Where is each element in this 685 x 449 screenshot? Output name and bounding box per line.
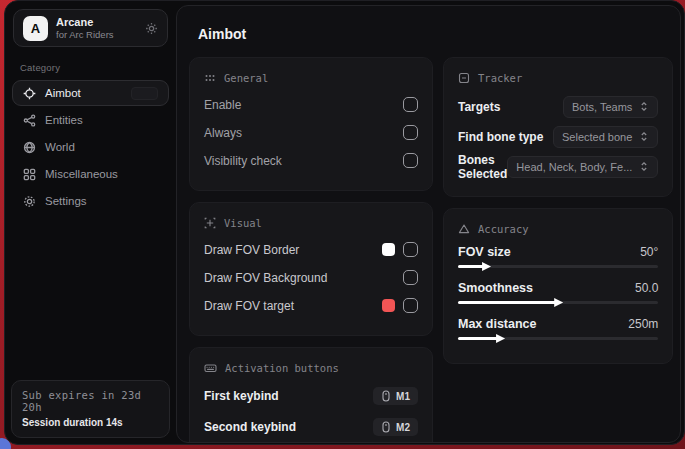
panel-title: Activation buttons — [225, 362, 339, 374]
category-label: Category — [20, 62, 161, 73]
tracker-row-find-bone-type: Find bone type Selected bone — [458, 124, 658, 149]
crosshair-icon — [23, 87, 36, 100]
setting-row-visibility-check: Visibility check — [204, 150, 418, 171]
slider-row-max-distance: Max distance 250m — [458, 317, 658, 331]
fov-size-slider[interactable] — [458, 262, 658, 271]
keybind-label: Second keybind — [204, 420, 296, 434]
smoothness-slider[interactable] — [458, 298, 658, 307]
app-header-card: A Arcane for Arc Riders — [13, 9, 168, 47]
slider-thumb[interactable] — [496, 334, 505, 343]
panel-title: General — [224, 72, 268, 84]
slider-label: Smoothness — [458, 281, 533, 295]
enable-checkbox[interactable] — [403, 97, 418, 112]
fov-border-color-swatch[interactable] — [382, 243, 395, 256]
mouse-icon — [381, 390, 391, 402]
tracker-label: Find bone type — [458, 130, 543, 144]
keybind-label: First keybind — [204, 389, 279, 403]
fov-target-color-swatch[interactable] — [382, 299, 395, 312]
slider-row-smoothness: Smoothness 50.0 — [458, 281, 658, 295]
accuracy-panel: Accuracy FOV size 50° Smoothness 50.0 — [443, 208, 673, 364]
slider-label: FOV size — [458, 245, 511, 259]
tracker-row-bones-selected: Bones Selected Head, Neck, Body, Fe... — [458, 154, 658, 179]
sidebar-item-label: Aimbot — [45, 87, 81, 99]
chevrons-up-down-icon — [639, 101, 649, 112]
triangle-icon — [458, 223, 470, 235]
fov-target-checkbox[interactable] — [403, 298, 418, 313]
focus-plus-icon — [204, 217, 216, 229]
sidebar-item-entities[interactable]: Entities — [12, 107, 169, 133]
settings-gear-icon — [23, 195, 36, 208]
keybind-hint-pill — [131, 87, 158, 100]
keybind-value: M1 — [396, 391, 410, 402]
sidebar-item-label: Settings — [45, 195, 87, 207]
dropdown-value: Selected bone — [562, 131, 632, 143]
panel-title: Accuracy — [478, 223, 529, 235]
sidebar: A Arcane for Arc Riders Category Aimbot — [5, 1, 176, 444]
slider-value: 50.0 — [635, 281, 658, 295]
tracker-row-targets: Targets Bots, Teams — [458, 94, 658, 119]
setting-label: Always — [204, 126, 242, 140]
slider-thumb[interactable] — [482, 262, 491, 271]
visual-panel: Visual Draw FOV Border Draw FOV Backgrou… — [189, 202, 433, 336]
grid-icon — [23, 168, 36, 181]
second-keybind-button[interactable]: M2 — [373, 418, 418, 436]
slider-value: 50° — [640, 245, 658, 259]
panel-title: Visual — [224, 217, 262, 229]
setting-row-fov-background: Draw FOV Background — [204, 267, 418, 288]
main-content: Aimbot General Enable — [176, 5, 681, 443]
slider-fill — [458, 337, 500, 340]
setting-label: Draw FOV target — [204, 299, 294, 313]
sidebar-item-world[interactable]: World — [12, 134, 169, 160]
keybind-row-first: First keybind M1 — [204, 384, 418, 408]
dropdown-value: Bots, Teams — [572, 101, 632, 113]
slider-fill — [458, 265, 486, 268]
always-checkbox[interactable] — [403, 125, 418, 140]
fov-border-checkbox[interactable] — [403, 242, 418, 257]
subscription-card: Sub expires in 23d 20h Session duration … — [11, 380, 170, 438]
tracker-label: Bones Selected — [458, 153, 507, 181]
slider-value: 250m — [628, 317, 658, 331]
find-bone-type-dropdown[interactable]: Selected bone — [553, 126, 658, 148]
globe-icon — [23, 141, 36, 154]
slider-thumb[interactable] — [554, 298, 563, 307]
avatar: A — [23, 16, 48, 41]
slider-fill — [458, 301, 558, 304]
setting-row-enable: Enable — [204, 94, 418, 115]
dropdown-value: Head, Neck, Body, Fe... — [516, 161, 632, 173]
sidebar-item-label: Entities — [45, 114, 83, 126]
setting-label: Draw FOV Background — [204, 271, 327, 285]
sidebar-item-miscellaneous[interactable]: Miscellaneous — [12, 161, 169, 187]
app-subtitle: for Arc Riders — [56, 29, 114, 40]
chevrons-up-down-icon — [639, 131, 649, 142]
targets-dropdown[interactable]: Bots, Teams — [563, 96, 658, 118]
visibility-check-checkbox[interactable] — [403, 153, 418, 168]
slider-row-fov-size: FOV size 50° — [458, 245, 658, 259]
setting-label: Enable — [204, 98, 241, 112]
bones-selected-dropdown[interactable]: Head, Neck, Body, Fe... — [507, 156, 658, 178]
tracker-label: Targets — [458, 100, 500, 114]
first-keybind-button[interactable]: M1 — [373, 387, 418, 405]
activation-buttons-panel: Activation buttons First keybind M1 — [189, 347, 433, 443]
app-window: A Arcane for Arc Riders Category Aimbot — [4, 0, 685, 445]
max-distance-slider[interactable] — [458, 334, 658, 343]
panel-title: Tracker — [478, 72, 522, 84]
slider-label: Max distance — [458, 317, 537, 331]
chevrons-up-down-icon — [639, 161, 649, 172]
app-name: Arcane — [56, 16, 114, 29]
setting-row-fov-border: Draw FOV Border — [204, 239, 418, 260]
tracker-icon — [458, 72, 470, 84]
sidebar-item-aimbot[interactable]: Aimbot — [12, 80, 169, 106]
setting-label: Draw FOV Border — [204, 243, 299, 257]
keybind-row-second: Second keybind M2 — [204, 415, 418, 439]
keybind-value: M2 — [396, 422, 410, 433]
general-panel: General Enable Always Visibility check — [189, 57, 433, 191]
setting-row-fov-target: Draw FOV target — [204, 295, 418, 316]
fov-background-checkbox[interactable] — [403, 270, 418, 285]
setting-row-always: Always — [204, 122, 418, 143]
dots-grid-icon — [204, 72, 216, 84]
setting-label: Visibility check — [204, 154, 282, 168]
sidebar-item-settings[interactable]: Settings — [12, 188, 169, 214]
gear-icon[interactable] — [145, 22, 158, 35]
page-title: Aimbot — [198, 26, 668, 42]
keyboard-icon — [204, 362, 217, 374]
